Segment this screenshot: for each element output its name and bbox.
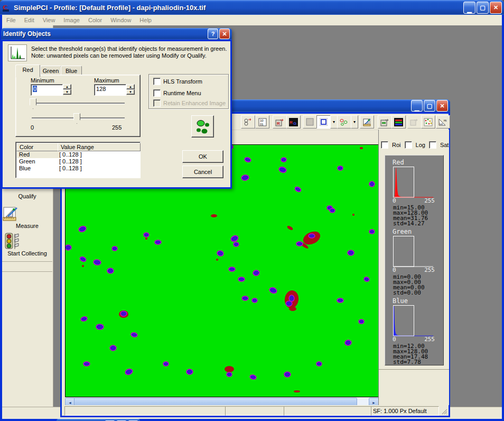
app-logo-icon: C — [2, 3, 12, 12]
svg-text:Hi: Hi — [444, 119, 446, 122]
dialog-titlebar[interactable]: Identify Objects ? ✕ — [1, 28, 232, 40]
resize-grip-icon[interactable] — [441, 408, 447, 415]
maximum-spinner[interactable]: 128 ▲ ▼ — [94, 84, 135, 96]
histogram-panel: Red 0 255 — [385, 155, 444, 365]
svg-text:01: 01 — [260, 123, 264, 126]
binary-image-icon[interactable]: 1001 — [255, 115, 269, 129]
panel-divider — [379, 369, 449, 370]
maximum-slider-thumb[interactable] — [73, 113, 80, 124]
axis-min: 0 — [393, 268, 396, 273]
histogram-red: Red 0 255 — [385, 159, 442, 226]
menu-window[interactable]: Window — [106, 16, 135, 24]
display-options: Roi Log Sat — [381, 141, 449, 149]
runtime-menu-checkbox[interactable] — [153, 89, 161, 97]
close-icon[interactable]: ✕ — [490, 2, 502, 14]
maximize-icon[interactable]: ▢ — [477, 2, 489, 14]
retain-enhanced-label: Retain Enhanced Image — [163, 100, 226, 106]
split-rgb-icon[interactable]: RG — [286, 115, 301, 129]
hls-transform-label: HLS Transform — [163, 78, 202, 85]
red-histogram-curve — [395, 167, 413, 197]
menu-view[interactable]: View — [39, 16, 60, 24]
menu-file[interactable]: File — [2, 16, 20, 24]
runtime-menu-option[interactable]: Runtime Menu — [153, 89, 201, 97]
stat-std: std=0.00 — [393, 290, 442, 296]
minimum-value[interactable]: 0 — [33, 86, 37, 92]
menu-help[interactable]: Help — [135, 16, 156, 24]
main-titlebar[interactable]: C SimplePCI - Profile: [Default Profile]… — [0, 0, 504, 15]
value-range-table: Color Value Range Red[ 0..128 ] Green[ 0… — [15, 142, 141, 178]
high-low-display-icon[interactable]: HiLo — [436, 115, 450, 129]
column-header-color[interactable]: Color — [16, 143, 58, 151]
sidebar-item-start-collecting[interactable]: Start Collecting — [2, 232, 52, 262]
sidebar-item-measure[interactable]: Measure — [2, 205, 52, 233]
enhance-image-icon[interactable] — [378, 115, 392, 129]
sidebar-item-label: Measure — [2, 223, 52, 229]
image-statusbar: SF: 1.000 Px Default — [62, 405, 449, 416]
dialog-body: Select the threshold range(s) that ident… — [3, 41, 230, 187]
menu-color[interactable]: Color — [84, 16, 106, 24]
table-row[interactable]: Red[ 0..128 ] — [17, 151, 138, 158]
workflow-minimized-window[interactable]: c Workfil... ❐ ▢ ✕ — [57, 419, 140, 421]
identify-objects-icon[interactable] — [337, 115, 351, 129]
extract-red-icon[interactable]: R — [273, 115, 287, 129]
classify-objects-icon[interactable] — [421, 115, 435, 129]
svg-text:G: G — [293, 121, 296, 126]
maximum-value[interactable]: 128 — [96, 86, 106, 92]
minimum-slider-thumb[interactable] — [30, 98, 36, 109]
menubar: File Edit View Image Color Window Help — [2, 15, 502, 26]
sat-checkbox[interactable] — [429, 141, 436, 149]
stat-std: std=14.27 — [393, 221, 442, 226]
help-icon[interactable]: ? — [208, 29, 218, 39]
gray-frame-icon[interactable] — [303, 115, 317, 129]
cancel-button[interactable]: Cancel — [182, 166, 223, 178]
channel-label: Red — [393, 159, 442, 166]
maximize-icon[interactable]: ▢ — [424, 100, 435, 112]
options-group: HLS Transform Runtime Menu Retain Enhanc… — [148, 74, 229, 109]
copy-image-icon[interactable] — [407, 115, 422, 129]
table-row[interactable]: Blue[ 0..128 ] — [17, 165, 138, 172]
spin-down-icon[interactable]: ▼ — [126, 89, 135, 95]
axis-min: 0 — [393, 198, 396, 204]
roi-label: Roi — [392, 142, 401, 148]
identify-dropdown-icon[interactable]: ▾ — [351, 115, 358, 129]
region-outline-icon[interactable] — [316, 115, 331, 129]
rgb-planes-icon[interactable] — [391, 115, 406, 129]
region-dropdown-icon[interactable]: ▾ — [330, 115, 338, 129]
preview-objects-button[interactable] — [191, 115, 214, 138]
close-icon[interactable]: ✕ — [219, 29, 230, 39]
column-header-value-range[interactable]: Value Range — [58, 143, 141, 151]
minimize-icon[interactable]: ▁ — [463, 2, 475, 14]
svg-text:R: R — [277, 121, 280, 126]
hls-transform-option[interactable]: HLS Transform — [153, 78, 202, 85]
menu-image[interactable]: Image — [59, 16, 84, 24]
dialog-description-line1: Select the threshold range(s) that ident… — [31, 45, 227, 52]
ok-button[interactable]: OK — [182, 150, 223, 163]
minimum-spinner[interactable]: 0 ▲ ▼ — [31, 84, 71, 96]
tab-red[interactable]: Red — [15, 65, 40, 77]
measure-tool-icon[interactable] — [360, 115, 374, 129]
threshold-histogram-icon — [8, 44, 27, 61]
workflow-titlebar[interactable]: c Workfil... ❐ ▢ ✕ — [57, 419, 140, 421]
dialog-title: Identify Objects — [3, 30, 51, 38]
minimum-slider-track[interactable] — [32, 103, 125, 104]
table-row[interactable]: Green[ 0..128 ] — [17, 158, 138, 165]
green-objects-icon — [195, 118, 211, 134]
status-panel — [225, 406, 285, 416]
log-checkbox[interactable] — [405, 141, 412, 149]
spin-up-icon[interactable]: ▲ — [126, 84, 135, 89]
spin-down-icon[interactable]: ▼ — [63, 89, 71, 95]
status-panel — [284, 406, 372, 416]
histogram-blue: Blue 0 255 — [385, 297, 442, 365]
spin-up-icon[interactable]: ▲ — [63, 84, 71, 89]
channel-label: Green — [393, 228, 442, 235]
close-icon[interactable]: ✕ — [436, 100, 448, 112]
hls-transform-checkbox[interactable] — [153, 78, 161, 85]
range-max-label: 255 — [112, 124, 122, 131]
measure-icon — [2, 206, 19, 222]
sidebar-item-label: Qualify — [2, 193, 52, 199]
menu-edit[interactable]: Edit — [20, 16, 39, 24]
duplicate-image-icon[interactable] — [241, 115, 255, 129]
sidebar-item-label: Start Collecting — [2, 250, 52, 257]
roi-checkbox[interactable] — [381, 141, 388, 149]
minimize-icon[interactable]: ▁ — [411, 100, 423, 112]
